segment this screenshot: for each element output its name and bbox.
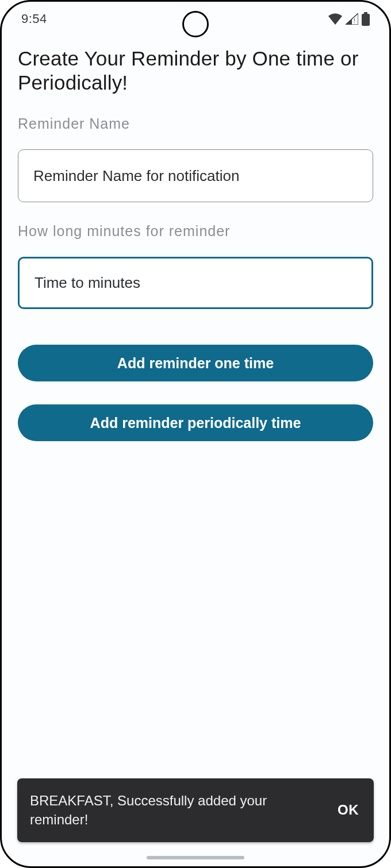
- battery-icon: [362, 12, 370, 26]
- status-time: 9:54: [21, 11, 47, 26]
- reminder-name-input[interactable]: [18, 149, 373, 202]
- home-indicator[interactable]: [147, 856, 244, 859]
- reminder-name-label: Reminder Name: [18, 115, 373, 132]
- svg-rect-1: [364, 12, 367, 14]
- minutes-input[interactable]: [18, 257, 373, 309]
- camera-cutout: [182, 11, 209, 37]
- add-periodic-button[interactable]: Add reminder periodically time: [18, 404, 373, 441]
- svg-text:!: !: [354, 18, 355, 24]
- content-area: Create Your Reminder by One time or Peri…: [2, 47, 389, 441]
- cellular-signal-icon: !: [346, 13, 358, 25]
- wifi-icon: [328, 13, 342, 25]
- status-icons: !: [328, 12, 370, 26]
- snackbar: BREAKFAST, Successfully added your remin…: [17, 778, 374, 842]
- minutes-label: How long minutes for reminder: [18, 223, 373, 240]
- device-frame: 9:54 ! Create Your Reminder by One tim: [0, 0, 391, 868]
- snackbar-ok-button[interactable]: OK: [335, 797, 361, 823]
- page-title: Create Your Reminder by One time or Peri…: [18, 47, 373, 95]
- snackbar-message: BREAKFAST, Successfully added your remin…: [30, 791, 294, 830]
- add-one-time-button[interactable]: Add reminder one time: [18, 345, 373, 381]
- svg-rect-2: [362, 14, 370, 26]
